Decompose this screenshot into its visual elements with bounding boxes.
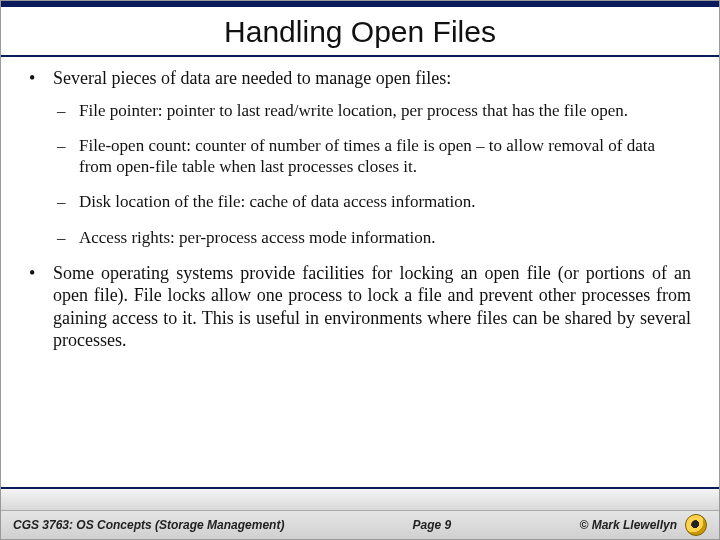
bullet-glyph: • [29,262,43,352]
sub-term: File pointer: [79,101,163,120]
bullet-text: Several pieces of data are needed to man… [53,67,451,90]
dash-glyph: – [57,191,71,212]
dash-glyph: – [57,227,71,248]
slide: Handling Open Files • Several pieces of … [0,0,720,540]
sub-bullet-list: – File pointer: pointer to last read/wri… [57,100,691,248]
slide-body: • Several pieces of data are needed to m… [1,57,719,487]
sub-bullet-text: Disk location of the file: cache of data… [79,191,476,212]
sub-desc: per-process access mode information. [175,228,436,247]
sub-bullet-text: Access rights: per-process access mode i… [79,227,436,248]
slide-title: Handling Open Files [1,7,719,55]
sub-term: Access rights: [79,228,175,247]
footer-copyright: © Mark Llewellyn [579,518,677,532]
sub-desc: cache of data access information. [245,192,475,211]
sub-bullet-text: File pointer: pointer to last read/write… [79,100,628,121]
footer-bar: CGS 3763: OS Concepts (Storage Managemen… [1,511,719,539]
sub-bullet-item: – File-open count: counter of number of … [57,135,691,178]
footer-page: Page 9 [314,518,549,532]
dash-glyph: – [57,100,71,121]
footer-course: CGS 3763: OS Concepts (Storage Managemen… [13,518,284,532]
sub-desc: pointer to last read/write location, per… [163,101,628,120]
footer-right: © Mark Llewellyn [579,514,707,536]
bullet-text: Some operating systems provide facilitie… [53,262,691,352]
sub-bullet-item: – Disk location of the file: cache of da… [57,191,691,212]
bullet-glyph: • [29,67,43,90]
ucf-logo-icon [685,514,707,536]
footer-gradient [1,489,719,511]
sub-bullet-item: – File pointer: pointer to last read/wri… [57,100,691,121]
sub-bullet-item: – Access rights: per-process access mode… [57,227,691,248]
sub-term: File-open count: [79,136,191,155]
bullet-item: • Several pieces of data are needed to m… [29,67,691,90]
bullet-item: • Some operating systems provide facilit… [29,262,691,352]
dash-glyph: – [57,135,71,178]
sub-bullet-text: File-open count: counter of number of ti… [79,135,691,178]
footer: CGS 3763: OS Concepts (Storage Managemen… [1,487,719,539]
sub-term: Disk location of the file: [79,192,245,211]
